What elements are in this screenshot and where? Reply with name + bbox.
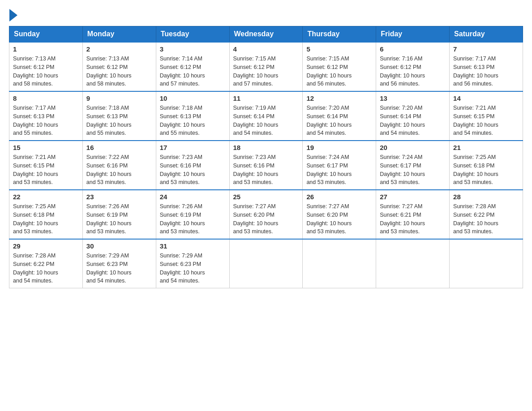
week-row-4: 22Sunrise: 7:25 AMSunset: 6:18 PMDayligh… bbox=[9, 190, 523, 239]
calendar-cell: 26Sunrise: 7:27 AMSunset: 6:20 PMDayligh… bbox=[303, 190, 376, 239]
calendar-cell: 22Sunrise: 7:25 AMSunset: 6:18 PMDayligh… bbox=[9, 190, 83, 239]
logo-arrow-icon bbox=[9, 9, 17, 21]
day-info: Sunrise: 7:26 AMSunset: 6:19 PMDaylight:… bbox=[160, 202, 226, 236]
calendar-cell: 28Sunrise: 7:28 AMSunset: 6:22 PMDayligh… bbox=[450, 190, 523, 239]
week-row-1: 1Sunrise: 7:13 AMSunset: 6:12 PMDaylight… bbox=[9, 42, 523, 91]
weekday-header-thursday: Thursday bbox=[303, 26, 376, 43]
day-number: 6 bbox=[380, 45, 446, 53]
calendar-cell: 17Sunrise: 7:23 AMSunset: 6:16 PMDayligh… bbox=[156, 141, 229, 190]
day-number: 22 bbox=[13, 193, 79, 201]
day-info: Sunrise: 7:15 AMSunset: 6:12 PMDaylight:… bbox=[233, 55, 299, 88]
day-info: Sunrise: 7:21 AMSunset: 6:15 PMDaylight:… bbox=[13, 153, 79, 187]
calendar-cell: 31Sunrise: 7:29 AMSunset: 6:23 PMDayligh… bbox=[156, 239, 229, 288]
day-number: 21 bbox=[453, 144, 519, 151]
day-number: 19 bbox=[306, 144, 372, 151]
page-header bbox=[9, 9, 523, 21]
calendar-cell: 3Sunrise: 7:14 AMSunset: 6:12 PMDaylight… bbox=[156, 42, 229, 91]
day-number: 8 bbox=[13, 94, 79, 102]
day-info: Sunrise: 7:20 AMSunset: 6:14 PMDaylight:… bbox=[306, 104, 372, 137]
day-info: Sunrise: 7:27 AMSunset: 6:20 PMDaylight:… bbox=[233, 202, 299, 236]
calendar-cell bbox=[376, 239, 450, 288]
day-info: Sunrise: 7:25 AMSunset: 6:18 PMDaylight:… bbox=[13, 202, 79, 236]
day-number: 29 bbox=[13, 242, 79, 250]
day-info: Sunrise: 7:17 AMSunset: 6:13 PMDaylight:… bbox=[13, 104, 79, 137]
day-number: 15 bbox=[13, 144, 79, 151]
calendar-cell: 10Sunrise: 7:18 AMSunset: 6:13 PMDayligh… bbox=[156, 91, 229, 141]
calendar-cell: 16Sunrise: 7:22 AMSunset: 6:16 PMDayligh… bbox=[82, 141, 156, 190]
calendar-cell bbox=[303, 239, 376, 288]
day-number: 3 bbox=[160, 45, 226, 53]
day-number: 20 bbox=[380, 144, 446, 151]
day-number: 16 bbox=[86, 144, 152, 151]
day-number: 13 bbox=[380, 94, 446, 102]
day-info: Sunrise: 7:23 AMSunset: 6:16 PMDaylight:… bbox=[233, 153, 299, 187]
day-info: Sunrise: 7:24 AMSunset: 6:17 PMDaylight:… bbox=[306, 153, 372, 187]
day-info: Sunrise: 7:17 AMSunset: 6:13 PMDaylight:… bbox=[453, 55, 519, 88]
calendar-cell: 11Sunrise: 7:19 AMSunset: 6:14 PMDayligh… bbox=[229, 91, 303, 141]
calendar-cell: 5Sunrise: 7:15 AMSunset: 6:12 PMDaylight… bbox=[303, 42, 376, 91]
day-number: 7 bbox=[453, 45, 519, 53]
calendar-cell: 21Sunrise: 7:25 AMSunset: 6:18 PMDayligh… bbox=[450, 141, 523, 190]
day-info: Sunrise: 7:23 AMSunset: 6:16 PMDaylight:… bbox=[160, 153, 226, 187]
calendar-cell bbox=[229, 239, 303, 288]
calendar-cell: 18Sunrise: 7:23 AMSunset: 6:16 PMDayligh… bbox=[229, 141, 303, 190]
day-info: Sunrise: 7:21 AMSunset: 6:15 PMDaylight:… bbox=[453, 104, 519, 137]
calendar-cell: 12Sunrise: 7:20 AMSunset: 6:14 PMDayligh… bbox=[303, 91, 376, 141]
day-info: Sunrise: 7:13 AMSunset: 6:12 PMDaylight:… bbox=[86, 55, 152, 88]
calendar-cell: 13Sunrise: 7:20 AMSunset: 6:14 PMDayligh… bbox=[376, 91, 450, 141]
calendar-cell: 23Sunrise: 7:26 AMSunset: 6:19 PMDayligh… bbox=[82, 190, 156, 239]
weekday-header-friday: Friday bbox=[376, 26, 450, 43]
day-number: 14 bbox=[453, 94, 519, 102]
day-number: 23 bbox=[86, 193, 152, 201]
calendar-cell: 4Sunrise: 7:15 AMSunset: 6:12 PMDaylight… bbox=[229, 42, 303, 91]
day-number: 11 bbox=[233, 94, 299, 102]
day-info: Sunrise: 7:20 AMSunset: 6:14 PMDaylight:… bbox=[380, 104, 446, 137]
day-info: Sunrise: 7:24 AMSunset: 6:17 PMDaylight:… bbox=[380, 153, 446, 187]
day-number: 9 bbox=[86, 94, 152, 102]
weekday-header-monday: Monday bbox=[82, 26, 156, 43]
day-info: Sunrise: 7:15 AMSunset: 6:12 PMDaylight:… bbox=[306, 55, 372, 88]
day-info: Sunrise: 7:13 AMSunset: 6:12 PMDaylight:… bbox=[13, 55, 79, 88]
calendar-cell: 15Sunrise: 7:21 AMSunset: 6:15 PMDayligh… bbox=[9, 141, 83, 190]
weekday-header-sunday: Sunday bbox=[9, 26, 83, 43]
calendar-cell bbox=[450, 239, 523, 288]
weekday-header-row: SundayMondayTuesdayWednesdayThursdayFrid… bbox=[9, 26, 523, 43]
day-info: Sunrise: 7:27 AMSunset: 6:21 PMDaylight:… bbox=[380, 202, 446, 236]
calendar-cell: 1Sunrise: 7:13 AMSunset: 6:12 PMDaylight… bbox=[9, 42, 83, 91]
day-number: 12 bbox=[306, 94, 372, 102]
day-info: Sunrise: 7:27 AMSunset: 6:20 PMDaylight:… bbox=[306, 202, 372, 236]
day-number: 25 bbox=[233, 193, 299, 201]
week-row-3: 15Sunrise: 7:21 AMSunset: 6:15 PMDayligh… bbox=[9, 141, 523, 190]
calendar-cell: 25Sunrise: 7:27 AMSunset: 6:20 PMDayligh… bbox=[229, 190, 303, 239]
logo bbox=[9, 9, 17, 21]
calendar-cell: 9Sunrise: 7:18 AMSunset: 6:13 PMDaylight… bbox=[82, 91, 156, 141]
day-number: 26 bbox=[306, 193, 372, 201]
calendar-table: SundayMondayTuesdayWednesdayThursdayFrid… bbox=[9, 26, 523, 288]
day-number: 1 bbox=[13, 45, 79, 53]
calendar-cell: 6Sunrise: 7:16 AMSunset: 6:12 PMDaylight… bbox=[376, 42, 450, 91]
calendar-cell: 14Sunrise: 7:21 AMSunset: 6:15 PMDayligh… bbox=[450, 91, 523, 141]
day-number: 24 bbox=[160, 193, 226, 201]
calendar-cell: 27Sunrise: 7:27 AMSunset: 6:21 PMDayligh… bbox=[376, 190, 450, 239]
day-number: 4 bbox=[233, 45, 299, 53]
calendar-cell: 8Sunrise: 7:17 AMSunset: 6:13 PMDaylight… bbox=[9, 91, 83, 141]
day-info: Sunrise: 7:28 AMSunset: 6:22 PMDaylight:… bbox=[453, 202, 519, 236]
day-number: 31 bbox=[160, 242, 226, 250]
weekday-header-saturday: Saturday bbox=[450, 26, 523, 43]
calendar-cell: 2Sunrise: 7:13 AMSunset: 6:12 PMDaylight… bbox=[82, 42, 156, 91]
calendar-cell: 19Sunrise: 7:24 AMSunset: 6:17 PMDayligh… bbox=[303, 141, 376, 190]
day-number: 18 bbox=[233, 144, 299, 151]
calendar-cell: 24Sunrise: 7:26 AMSunset: 6:19 PMDayligh… bbox=[156, 190, 229, 239]
day-number: 5 bbox=[306, 45, 372, 53]
day-number: 10 bbox=[160, 94, 226, 102]
day-info: Sunrise: 7:29 AMSunset: 6:23 PMDaylight:… bbox=[86, 252, 152, 285]
weekday-header-wednesday: Wednesday bbox=[229, 26, 303, 43]
day-info: Sunrise: 7:16 AMSunset: 6:12 PMDaylight:… bbox=[380, 55, 446, 88]
calendar-cell: 20Sunrise: 7:24 AMSunset: 6:17 PMDayligh… bbox=[376, 141, 450, 190]
calendar-cell: 29Sunrise: 7:28 AMSunset: 6:22 PMDayligh… bbox=[9, 239, 83, 288]
day-info: Sunrise: 7:28 AMSunset: 6:22 PMDaylight:… bbox=[13, 252, 79, 285]
day-info: Sunrise: 7:18 AMSunset: 6:13 PMDaylight:… bbox=[86, 104, 152, 137]
day-info: Sunrise: 7:25 AMSunset: 6:18 PMDaylight:… bbox=[453, 153, 519, 187]
day-number: 30 bbox=[86, 242, 152, 250]
day-info: Sunrise: 7:18 AMSunset: 6:13 PMDaylight:… bbox=[160, 104, 226, 137]
